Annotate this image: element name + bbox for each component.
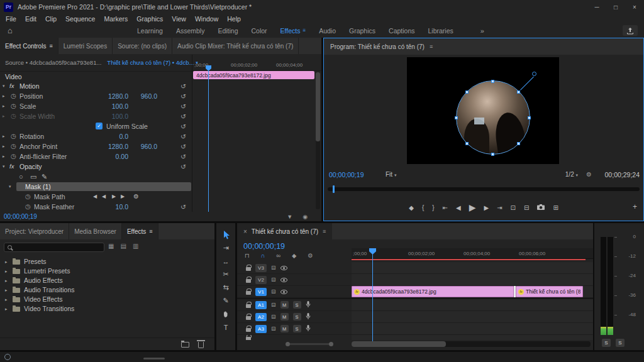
chevron-down-icon[interactable]: ▾ bbox=[3, 81, 5, 91]
add-marker-icon[interactable]: ◆ bbox=[292, 252, 296, 259]
lock-icon[interactable] bbox=[246, 304, 251, 308]
slip-tool[interactable]: ⇆ bbox=[216, 281, 235, 294]
close-icon[interactable]: × bbox=[625, 0, 644, 14]
stopwatch-icon[interactable]: ◷ bbox=[11, 91, 16, 101]
reset-icon[interactable]: ↺ bbox=[180, 81, 186, 91]
hand-tool[interactable] bbox=[216, 307, 235, 321]
lock-icon[interactable] bbox=[246, 279, 251, 283]
tree-item-video-transitions[interactable]: ▸ Video Transitions bbox=[0, 304, 214, 314]
chevron-right-icon[interactable]: ▸ bbox=[5, 276, 8, 285]
filter-funnel-icon[interactable]: ▼ bbox=[287, 214, 292, 220]
menu-graphics[interactable]: Graphics bbox=[132, 15, 167, 23]
minimize-icon[interactable]: ─ bbox=[587, 0, 606, 14]
step-mask-backward-icon[interactable]: ◀ bbox=[102, 192, 106, 202]
track-label-v2[interactable]: V2 bbox=[255, 276, 267, 284]
workspace-audio[interactable]: Audio bbox=[319, 27, 336, 35]
track-select-forward-tool[interactable]: ⇥ bbox=[216, 241, 235, 255]
reset-icon[interactable]: ↺ bbox=[180, 101, 186, 111]
new-bin-folder-icon[interactable] bbox=[181, 342, 189, 348]
tab-project[interactable]: Project: Vietproducer bbox=[0, 223, 69, 239]
go-to-in-icon[interactable]: ⇤ bbox=[443, 204, 448, 211]
solo-button[interactable]: S bbox=[293, 325, 301, 332]
lock-icon[interactable] bbox=[246, 267, 251, 271]
anchor-y-value[interactable]: 960.0 bbox=[130, 141, 157, 151]
lock-icon[interactable] bbox=[246, 337, 251, 341]
track-mask-forward-icon[interactable]: ▶ bbox=[121, 192, 125, 202]
position-x-value[interactable]: 1280.0 bbox=[98, 91, 128, 101]
close-icon[interactable]: × bbox=[243, 228, 247, 235]
timeline-zoom-slider[interactable] bbox=[287, 343, 331, 345]
timeline-clip-2[interactable]: fx Thiết kế chưa có tên (8).jpg bbox=[516, 286, 583, 297]
ec-playhead-line[interactable] bbox=[208, 71, 209, 212]
settings-wrench-icon[interactable]: ⚙ bbox=[586, 171, 592, 178]
sequence-clip-selector[interactable]: Thiết kế chưa có tên (7) • 4dcb... bbox=[107, 59, 194, 66]
workspace-effects[interactable]: Effects≡ bbox=[280, 27, 306, 35]
solo-button[interactable]: S bbox=[293, 301, 301, 309]
mask-handle[interactable] bbox=[528, 116, 531, 119]
project-horizontal-scrollbar[interactable] bbox=[143, 358, 165, 359]
zoom-fit-dropdown[interactable]: Fit ▾ bbox=[386, 171, 396, 178]
timeline-playhead-line[interactable] bbox=[372, 248, 373, 341]
chevron-right-icon[interactable]: ▸ bbox=[3, 131, 5, 141]
antiflicker-value[interactable]: 0.00 bbox=[98, 151, 128, 162]
button-editor-plus-icon[interactable]: + bbox=[633, 202, 637, 211]
stopwatch-icon[interactable]: ◷ bbox=[11, 151, 16, 162]
chevron-right-icon[interactable]: ▸ bbox=[5, 285, 8, 295]
voiceover-mic-icon[interactable] bbox=[306, 313, 311, 321]
resolution-dropdown[interactable]: 1/2 ▾ bbox=[565, 171, 578, 178]
workspace-learning[interactable]: Learning bbox=[137, 27, 163, 35]
track-lane-a1[interactable] bbox=[352, 299, 593, 310]
track-label-a2[interactable]: A2 bbox=[255, 313, 267, 321]
mask-handle[interactable] bbox=[491, 80, 494, 83]
reset-icon[interactable]: ↺ bbox=[180, 151, 186, 162]
sync-lock-icon[interactable]: ⊟ bbox=[271, 326, 276, 332]
panel-menu-icon[interactable]: ≡ bbox=[430, 43, 433, 50]
pen-mask-icon[interactable]: ✎ bbox=[42, 172, 47, 182]
menu-sequence[interactable]: Sequence bbox=[61, 15, 99, 23]
timeline-timecode[interactable]: 00;00;00;19 bbox=[243, 242, 285, 251]
lock-icon[interactable] bbox=[246, 328, 251, 332]
track-lane-master[interactable] bbox=[352, 335, 593, 340]
track-lane-v3[interactable] bbox=[352, 262, 593, 273]
program-playhead[interactable] bbox=[333, 185, 335, 193]
panel-menu-icon[interactable]: ≡ bbox=[149, 228, 152, 234]
tree-item-audio-effects[interactable]: ▸ Audio Effects bbox=[0, 276, 214, 285]
lock-icon[interactable] bbox=[246, 316, 251, 320]
mute-button[interactable]: M bbox=[280, 325, 289, 332]
reset-icon[interactable]: ↺ bbox=[180, 121, 186, 131]
mask-handle[interactable] bbox=[491, 153, 494, 156]
32bit-color-icon[interactable]: ▤ bbox=[120, 243, 126, 250]
mute-button[interactable]: M bbox=[280, 313, 289, 321]
chevron-right-icon[interactable]: ▸ bbox=[5, 266, 8, 276]
extract-icon[interactable]: ⊟ bbox=[524, 204, 529, 211]
yuv-effects-icon[interactable]: ▥ bbox=[133, 243, 138, 250]
rectangle-mask-icon[interactable]: ▭ bbox=[30, 172, 36, 182]
chevron-right-icon[interactable]: ▸ bbox=[3, 91, 5, 101]
stopwatch-icon[interactable]: ◷ bbox=[25, 192, 31, 202]
chevron-right-icon[interactable]: ▸ bbox=[3, 151, 5, 162]
sync-lock-icon[interactable]: ⊟ bbox=[271, 302, 276, 308]
program-scrubber[interactable] bbox=[328, 187, 640, 191]
timeline-ruler[interactable]: ;00;00 00;00;02;00 00;00;04;00 00;00;06;… bbox=[352, 248, 593, 259]
chevron-right-icon[interactable]: ▸ bbox=[5, 304, 8, 314]
mask-feather-value[interactable]: 10.0 bbox=[98, 202, 128, 212]
workspace-libraries[interactable]: Libraries bbox=[428, 27, 453, 35]
sync-lock-icon[interactable]: ⊟ bbox=[271, 288, 276, 295]
ec-vertical-scrollbar[interactable] bbox=[316, 72, 320, 209]
sync-status-icon[interactable] bbox=[4, 354, 11, 360]
chevron-right-icon[interactable]: ▸ bbox=[3, 141, 5, 151]
workspace-menu-icon[interactable]: ≡ bbox=[303, 28, 306, 33]
reset-icon[interactable]: ↺ bbox=[180, 141, 186, 151]
menu-window[interactable]: Window bbox=[191, 15, 223, 23]
chevron-down-icon[interactable]: ▾ bbox=[9, 182, 11, 192]
chevron-down-icon[interactable]: ▾ bbox=[3, 162, 5, 172]
tab-lumetri-scopes[interactable]: Lumetri Scopes bbox=[58, 38, 113, 54]
go-to-out-icon[interactable]: ⇥ bbox=[497, 204, 502, 211]
menu-markers[interactable]: Markers bbox=[99, 15, 132, 23]
workspace-overflow-icon[interactable]: » bbox=[480, 27, 484, 35]
chevron-right-icon[interactable]: ▸ bbox=[3, 101, 5, 111]
track-lane-v2[interactable] bbox=[352, 274, 593, 285]
mark-out-icon[interactable]: } bbox=[432, 204, 434, 211]
export-frame-camera-icon[interactable] bbox=[537, 204, 545, 211]
motion-effect-label[interactable]: Motion bbox=[19, 81, 40, 91]
